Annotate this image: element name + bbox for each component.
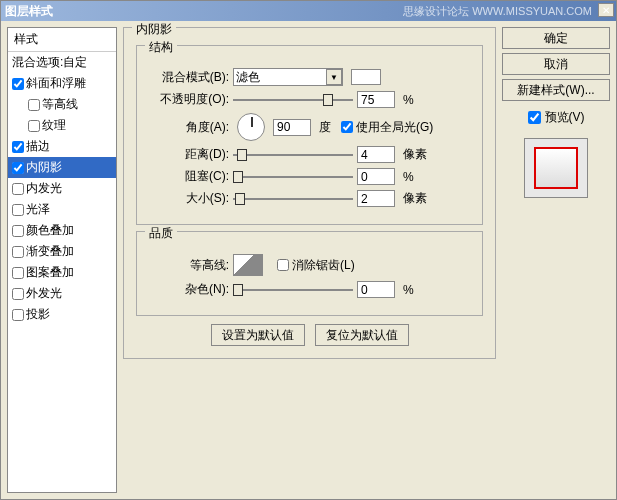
contour-picker[interactable] (233, 254, 263, 276)
style-checkbox[interactable] (12, 183, 24, 195)
style-checkbox[interactable] (12, 162, 24, 174)
sidebar-item-10[interactable]: 外发光 (8, 283, 116, 304)
style-list: 样式 混合选项:自定 斜面和浮雕等高线纹理描边内阴影内发光光泽颜色叠加渐变叠加图… (7, 27, 117, 493)
sidebar-item-9[interactable]: 图案叠加 (8, 262, 116, 283)
distance-slider[interactable] (233, 149, 353, 161)
sidebar-item-1[interactable]: 等高线 (8, 94, 116, 115)
panel-title: 内阴影 (132, 21, 176, 38)
style-checkbox[interactable] (12, 309, 24, 321)
inner-shadow-panel: 内阴影 结构 混合模式(B): 滤色 ▼ (123, 27, 496, 359)
sidebar-item-0[interactable]: 斜面和浮雕 (8, 73, 116, 94)
sidebar-item-3[interactable]: 描边 (8, 136, 116, 157)
quality-group: 品质 等高线: 消除锯齿(L) 杂色(N): (136, 231, 483, 316)
choke-label: 阻塞(C): (149, 168, 229, 185)
style-checkbox[interactable] (12, 204, 24, 216)
opacity-input[interactable]: 75 (357, 91, 395, 108)
sidebar-item-5[interactable]: 内发光 (8, 178, 116, 199)
style-checkbox[interactable] (12, 78, 24, 90)
choke-slider[interactable] (233, 171, 353, 183)
style-checkbox[interactable] (12, 141, 24, 153)
global-light-checkbox[interactable]: 使用全局光(G) (341, 119, 433, 136)
antialias-checkbox[interactable]: 消除锯齿(L) (277, 257, 355, 274)
style-checkbox[interactable] (12, 267, 24, 279)
style-checkbox[interactable] (28, 99, 40, 111)
contour-label: 等高线: (149, 257, 229, 274)
sidebar-item-8[interactable]: 渐变叠加 (8, 241, 116, 262)
make-default-button[interactable]: 设置为默认值 (211, 324, 305, 346)
style-checkbox[interactable] (12, 225, 24, 237)
noise-input[interactable]: 0 (357, 281, 395, 298)
preview-thumbnail (524, 138, 588, 198)
angle-dial[interactable] (237, 113, 265, 141)
blend-options[interactable]: 混合选项:自定 (8, 52, 116, 73)
style-checkbox[interactable] (28, 120, 40, 132)
angle-label: 角度(A): (149, 119, 229, 136)
distance-input[interactable]: 4 (357, 146, 395, 163)
size-label: 大小(S): (149, 190, 229, 207)
choke-input[interactable]: 0 (357, 168, 395, 185)
sidebar-header: 样式 (8, 28, 116, 52)
watermark: 思缘设计论坛 WWW.MISSYUAN.COM (403, 4, 592, 19)
sidebar-item-6[interactable]: 光泽 (8, 199, 116, 220)
size-input[interactable]: 2 (357, 190, 395, 207)
size-slider[interactable] (233, 193, 353, 205)
noise-label: 杂色(N): (149, 281, 229, 298)
noise-slider[interactable] (233, 284, 353, 296)
chevron-down-icon: ▼ (326, 69, 342, 85)
reset-default-button[interactable]: 复位为默认值 (315, 324, 409, 346)
cancel-button[interactable]: 取消 (502, 53, 610, 75)
structure-group: 结构 混合模式(B): 滤色 ▼ 不透明度(O): (136, 45, 483, 225)
preview-checkbox[interactable]: 预览(V) (502, 109, 610, 126)
blend-mode-dropdown[interactable]: 滤色 ▼ (233, 68, 343, 86)
close-button[interactable]: ✕ (598, 3, 614, 17)
style-checkbox[interactable] (12, 288, 24, 300)
sidebar-item-7[interactable]: 颜色叠加 (8, 220, 116, 241)
blend-mode-label: 混合模式(B): (149, 69, 229, 86)
new-style-button[interactable]: 新建样式(W)... (502, 79, 610, 101)
sidebar-item-11[interactable]: 投影 (8, 304, 116, 325)
sidebar-item-4[interactable]: 内阴影 (8, 157, 116, 178)
dialog-title: 图层样式 (5, 3, 403, 20)
style-checkbox[interactable] (12, 246, 24, 258)
distance-label: 距离(D): (149, 146, 229, 163)
opacity-slider[interactable] (233, 94, 353, 106)
sidebar-item-2[interactable]: 纹理 (8, 115, 116, 136)
opacity-label: 不透明度(O): (149, 91, 229, 108)
shadow-color-swatch[interactable] (351, 69, 381, 85)
angle-input[interactable]: 90 (273, 119, 311, 136)
ok-button[interactable]: 确定 (502, 27, 610, 49)
